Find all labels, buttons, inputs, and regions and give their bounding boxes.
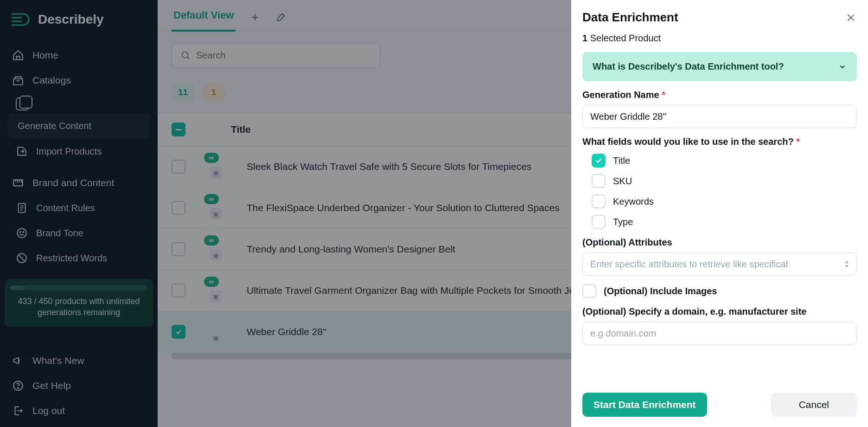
selected-product-text: 1 Selected Product — [582, 33, 857, 44]
checkbox-sku[interactable] — [592, 174, 606, 188]
attributes-select[interactable]: Enter specific attributes to retrieve li… — [582, 252, 857, 276]
include-images-label: (Optional) Include Images — [604, 286, 717, 297]
checkbox-keywords[interactable] — [592, 194, 606, 208]
cancel-button[interactable]: Cancel — [771, 393, 857, 417]
checkbox-type-label: Type — [613, 217, 633, 227]
panel-title: Data Enrichment — [582, 10, 678, 25]
checkbox-title-label: Title — [613, 155, 630, 166]
domain-label: (Optional) Specify a domain, e.g. manufa… — [582, 306, 857, 317]
generation-name-input[interactable] — [582, 105, 857, 128]
chevron-down-icon — [838, 63, 847, 71]
domain-input[interactable] — [582, 322, 857, 345]
generation-name-label: Generation Name * — [582, 90, 857, 100]
checkbox-type[interactable] — [592, 215, 606, 229]
select-caret-icon: ▲▼ — [844, 260, 849, 268]
data-enrichment-panel: Data Enrichment 1 Selected Product What … — [571, 0, 868, 427]
checkbox-include-images[interactable] — [582, 284, 596, 298]
attributes-label: (Optional) Attributes — [582, 237, 857, 248]
checkbox-sku-label: SKU — [613, 176, 632, 187]
start-enrichment-button[interactable]: Start Data Enrichment — [582, 393, 707, 417]
close-icon[interactable] — [845, 12, 857, 24]
checkbox-keywords-label: Keywords — [613, 196, 654, 207]
info-banner-text: What is Describely's Data Enrichment too… — [593, 61, 784, 72]
checkbox-title[interactable] — [592, 154, 606, 168]
info-banner[interactable]: What is Describely's Data Enrichment too… — [582, 52, 857, 81]
attributes-placeholder: Enter specific attributes to retrieve li… — [590, 259, 788, 270]
fields-label: What fields would you like to use in the… — [582, 136, 857, 147]
